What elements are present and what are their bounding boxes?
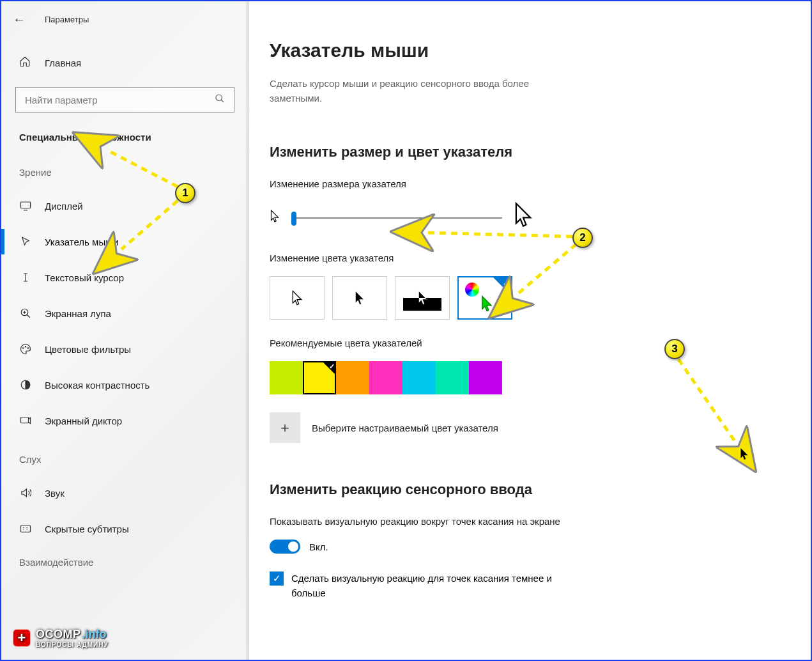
sidebar-category-vision: Зрение	[1, 149, 249, 185]
watermark-plus-icon: +	[13, 629, 31, 647]
color-swatch[interactable]	[402, 361, 436, 394]
svg-point-11	[27, 348, 29, 349]
annotation-cursor-icon	[740, 447, 749, 463]
sidebar-item-narrator[interactable]: Экранный диктор	[1, 405, 249, 436]
captions-icon	[19, 522, 32, 535]
custom-color-label: Выберите настраиваемый цвет указателя	[312, 423, 498, 433]
sidebar-group-title: Специальные возможности	[1, 125, 249, 149]
touch-darker-checkbox[interactable]: ✓	[270, 572, 284, 586]
touch-show-label: Показывать визуальную реакцию вокруг точ…	[270, 516, 563, 527]
sidebar: ← Параметры Главная Специальные возможно…	[1, 1, 249, 660]
svg-point-0	[216, 95, 222, 100]
svg-point-10	[25, 346, 26, 348]
contrast-icon	[19, 378, 32, 391]
color-swatch[interactable]	[469, 361, 502, 394]
app-title: Параметры	[45, 15, 89, 24]
touch-darker-label: Сделать визуальную реакцию для точек кас…	[291, 572, 563, 600]
sidebar-item-label: Дисплей	[45, 201, 83, 212]
sidebar-item-label: Экранный диктор	[45, 416, 122, 426]
section-size-color-title: Изменить размер и цвет указателя	[270, 144, 779, 160]
slider-thumb[interactable]	[291, 212, 296, 226]
color-swatch[interactable]	[336, 361, 369, 394]
watermark-brand: OCOMP	[36, 628, 81, 641]
check-icon	[322, 361, 336, 375]
pointer-size-slider[interactable]	[291, 217, 502, 219]
watermark-tld: .info	[82, 628, 107, 641]
sidebar-home[interactable]: Главная	[1, 47, 249, 78]
search-box[interactable]	[15, 87, 234, 113]
sidebar-item-text-cursor[interactable]: Текстовый курсор	[1, 262, 249, 293]
sidebar-item-label: Указатель мыши	[45, 237, 119, 247]
pointer-color-custom[interactable]	[457, 276, 512, 320]
annotation-marker-3: 3	[664, 339, 685, 359]
color-wheel-icon	[465, 283, 479, 297]
sidebar-item-label: Звук	[45, 488, 65, 499]
search-icon	[215, 93, 225, 106]
pointer-size-label: Изменение размера указателя	[270, 178, 779, 189]
check-icon	[493, 277, 511, 295]
svg-line-8	[27, 315, 30, 318]
svg-rect-14	[21, 525, 31, 533]
sidebar-item-captions[interactable]: Скрытые субтитры	[1, 513, 249, 544]
back-arrow-icon[interactable]: ←	[13, 12, 26, 27]
sidebar-item-color-filters[interactable]: Цветовые фильтры	[1, 334, 249, 364]
sidebar-home-label: Главная	[45, 58, 81, 68]
toggle-state-label: Вкл.	[309, 541, 328, 552]
sidebar-item-magnifier[interactable]: Экранная лупа	[1, 298, 249, 329]
text-cursor-icon	[19, 271, 32, 284]
svg-point-9	[23, 348, 24, 349]
pointer-color-label: Изменение цвета указателя	[270, 253, 779, 263]
sidebar-category-hearing: Слух	[1, 436, 249, 472]
sidebar-item-label: Экранная лупа	[45, 308, 111, 319]
recommended-colors-label: Рекомендуемые цвета указателей	[270, 338, 779, 348]
cursor-small-icon	[270, 210, 280, 226]
page-title: Указатель мыши	[270, 40, 779, 61]
color-swatch[interactable]	[436, 361, 469, 394]
plus-icon: ＋	[278, 418, 292, 437]
sidebar-item-label: Высокая контрастность	[45, 380, 149, 391]
sidebar-category-interaction: Взаимодействие	[1, 544, 249, 575]
palette-icon	[19, 343, 32, 355]
annotation-marker-2: 2	[572, 228, 593, 248]
home-icon	[19, 56, 32, 70]
sidebar-scrollbar[interactable]	[245, 1, 249, 660]
section-touch-title: Изменить реакцию сенсорного ввода	[270, 481, 779, 498]
color-swatch[interactable]	[369, 361, 402, 394]
display-icon	[19, 199, 32, 212]
page-description: Сделать курсор мыши и реакцию сенсорного…	[270, 77, 576, 105]
annotation-marker-1: 1	[175, 183, 195, 203]
color-swatch[interactable]	[303, 361, 336, 394]
search-input[interactable]	[25, 95, 215, 105]
svg-line-1	[221, 100, 224, 102]
sidebar-item-high-contrast[interactable]: Высокая контрастность	[1, 369, 249, 400]
watermark-sub: ВОПРОСЫ АДМИНУ	[36, 641, 109, 648]
pointer-color-invert[interactable]	[395, 276, 450, 320]
touch-visual-toggle[interactable]	[270, 540, 300, 554]
svg-rect-13	[21, 417, 29, 423]
watermark: + OCOMP.info ВОПРОСЫ АДМИНУ	[13, 628, 109, 648]
main-content: Указатель мыши Сделать курсор мыши и реа…	[249, 1, 811, 660]
pointer-color-black[interactable]	[332, 276, 387, 320]
add-custom-color-button[interactable]: ＋	[270, 412, 300, 443]
sidebar-item-label: Цветовые фильтры	[45, 344, 131, 355]
narrator-icon	[19, 414, 32, 427]
color-swatch[interactable]	[270, 361, 303, 394]
pointer-icon	[19, 235, 32, 248]
magnifier-icon	[19, 307, 32, 320]
sidebar-item-label: Текстовый курсор	[45, 272, 124, 283]
cursor-large-icon	[514, 202, 533, 233]
sound-icon	[19, 486, 32, 499]
sidebar-item-label: Скрытые субтитры	[45, 524, 129, 534]
sidebar-item-display[interactable]: Дисплей	[1, 191, 249, 221]
sidebar-item-sound[interactable]: Звук	[1, 478, 249, 508]
svg-rect-2	[21, 202, 31, 208]
sidebar-item-mouse-pointer[interactable]: Указатель мыши	[1, 226, 249, 257]
pointer-color-white[interactable]	[270, 276, 325, 320]
